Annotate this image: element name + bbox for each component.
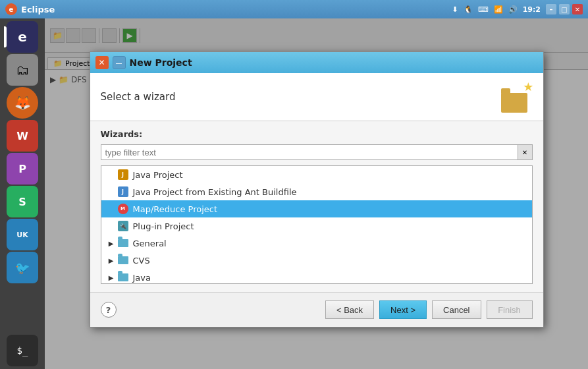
java-folder-label: Java <box>133 273 151 283</box>
eclipse-content: 📁 ▶ 📁 Project ✕ ▶ 📁 DFS Lo <box>45 18 588 369</box>
tree-item-java-folder[interactable]: ▶ Java <box>101 269 532 284</box>
sidebar-item-wps[interactable]: W <box>7 120 38 152</box>
java-project-icon: J <box>117 169 129 181</box>
spacer <box>107 221 116 231</box>
tree-item-cvs[interactable]: ▶ CVS <box>101 252 532 269</box>
sidebar-item-presentation[interactable]: P <box>7 153 38 184</box>
dialog-body: Wizards: ✕ J Java Project <box>90 121 543 292</box>
next-button[interactable]: Next > <box>379 300 427 319</box>
java-ant-label: Java Project from Existing Ant Buildfile <box>133 187 297 197</box>
mapreduce-label: Map/Reduce Project <box>133 204 218 214</box>
wizard-icon: ★ <box>501 81 533 113</box>
new-project-dialog: ✕ — New Project Select a wizard <box>90 51 544 327</box>
tree-item-plugin[interactable]: 🔌 Plug-in Project <box>101 217 532 235</box>
cvs-label: CVS <box>133 256 150 266</box>
tree-item-java-project[interactable]: J Java Project <box>101 166 532 183</box>
sidebar-item-mail[interactable]: 🐦 <box>7 252 38 283</box>
dialog-footer: ? < Back Next > Cancel Finish <box>90 292 543 327</box>
tray-icon-2: 🐧 <box>464 5 473 14</box>
spacer <box>107 204 116 213</box>
tree-item-java-ant[interactable]: J Java Project from Existing Ant Buildfi… <box>101 183 532 200</box>
dialog-titlebar: ✕ — New Project <box>90 52 543 73</box>
tray-icon-3: ⌨ <box>478 5 489 14</box>
dialog-min-button[interactable]: — <box>113 56 126 69</box>
footer-buttons: < Back Next > Cancel Finish <box>325 300 533 319</box>
dialog-header: Select a wizard ★ <box>90 73 543 121</box>
back-button[interactable]: < Back <box>325 300 374 319</box>
finish-button[interactable]: Finish <box>487 300 533 319</box>
star-icon: ★ <box>523 80 533 94</box>
sidebar-item-files[interactable]: 🗂 <box>7 54 38 86</box>
tray-icon-4: 📶 <box>494 5 503 14</box>
plugin-label: Plug-in Project <box>133 221 194 231</box>
sidebar: e 🗂 🦊 W P S UK 🐦 $_ <box>0 18 45 369</box>
sidebar-item-terminal[interactable]: $_ <box>7 335 38 366</box>
help-button[interactable]: ? <box>101 302 117 318</box>
wizards-label: Wizards: <box>101 129 533 139</box>
general-expand-icon[interactable]: ▶ <box>107 239 116 248</box>
dialog-header-text: Select a wizard <box>101 91 176 103</box>
spacer <box>107 187 116 196</box>
maximize-button[interactable]: □ <box>559 4 570 14</box>
java-folder-icon <box>117 271 129 283</box>
java-project-label: Java Project <box>133 170 183 180</box>
tree-item-mapreduce[interactable]: M Map/Reduce Project <box>101 200 532 217</box>
minimize-button[interactable]: – <box>546 4 556 14</box>
dialog-title: New Project <box>130 57 538 68</box>
dialog-close-button[interactable]: ✕ <box>95 56 109 69</box>
filter-input[interactable] <box>101 144 518 160</box>
system-tray: ⬇ 🐧 ⌨ 📶 🔊 19:2 <box>452 5 541 14</box>
window-title: Eclipse <box>21 5 452 14</box>
dialog-overlay: ✕ — New Project Select a wizard <box>45 18 588 369</box>
general-label: General <box>133 239 167 248</box>
sidebar-item-spreadsheet[interactable]: S <box>7 186 38 217</box>
filter-clear-button[interactable]: ✕ <box>518 144 533 160</box>
main-area: e 🗂 🦊 W P S UK 🐦 $_ 📁 <box>0 18 588 369</box>
tray-icon-1: ⬇ <box>452 5 458 14</box>
window-controls[interactable]: – □ ✕ <box>546 4 583 14</box>
general-folder-icon <box>117 237 129 249</box>
spacer <box>107 170 116 179</box>
cancel-button[interactable]: Cancel <box>432 300 481 319</box>
footer-left: ? <box>101 302 117 318</box>
wizard-tree: J Java Project J Java Project from Exist… <box>101 165 533 284</box>
tree-item-general[interactable]: ▶ General <box>101 235 532 252</box>
sidebar-item-uk[interactable]: UK <box>7 219 38 250</box>
filter-row: ✕ <box>101 144 533 160</box>
java-expand-icon[interactable]: ▶ <box>107 273 116 282</box>
sidebar-item-eclipse[interactable]: e <box>7 21 38 53</box>
clock: 19:2 <box>523 5 541 14</box>
cvs-folder-icon <box>117 254 129 266</box>
mapreduce-icon: M <box>117 203 129 215</box>
cvs-expand-icon[interactable]: ▶ <box>107 256 116 265</box>
close-button[interactable]: ✕ <box>572 4 583 14</box>
plugin-icon: 🔌 <box>117 220 129 232</box>
tray-icon-5: 🔊 <box>508 5 518 14</box>
sidebar-item-firefox[interactable]: 🦊 <box>7 87 38 119</box>
window-titlebar: e Eclipse ⬇ 🐧 ⌨ 📶 🔊 19:2 – □ ✕ <box>0 0 588 18</box>
eclipse-icon: e <box>5 3 17 15</box>
java-ant-icon: J <box>117 186 129 198</box>
